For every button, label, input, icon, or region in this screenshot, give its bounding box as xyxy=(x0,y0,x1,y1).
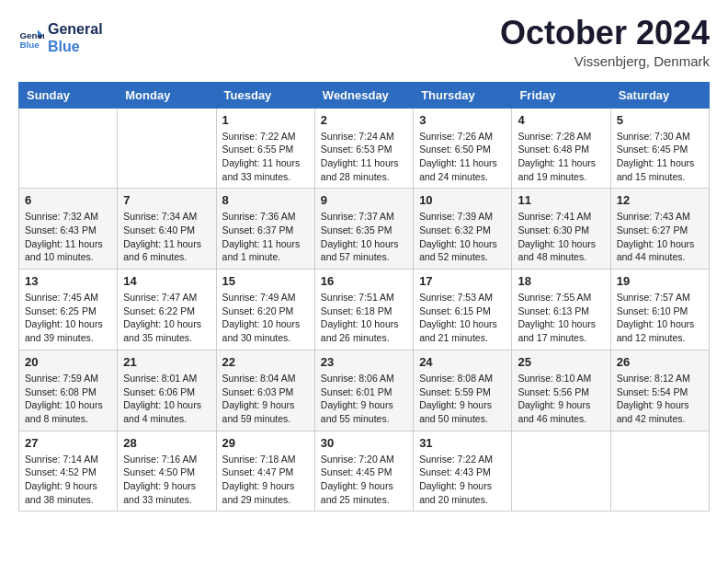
day-info: Sunrise: 8:12 AM Sunset: 5:54 PM Dayligh… xyxy=(617,372,703,426)
day-number: 7 xyxy=(123,193,210,207)
sunrise-text: Sunrise: 7:57 AM xyxy=(617,292,690,303)
daylight-text: Daylight: 9 hours and 25 minutes. xyxy=(321,480,393,505)
svg-text:Blue: Blue xyxy=(19,40,40,50)
day-number: 5 xyxy=(617,113,703,127)
calendar-cell: 16 Sunrise: 7:51 AM Sunset: 6:18 PM Dayl… xyxy=(314,270,413,350)
sunrise-text: Sunrise: 7:36 AM xyxy=(222,211,296,222)
day-number: 23 xyxy=(321,355,407,369)
sunset-text: Sunset: 6:30 PM xyxy=(518,224,589,236)
day-info: Sunrise: 7:39 AM Sunset: 6:32 PM Dayligh… xyxy=(419,210,506,264)
day-number: 17 xyxy=(419,274,506,288)
daylight-text: Daylight: 11 hours and 19 minutes. xyxy=(518,157,596,182)
sunrise-text: Sunrise: 7:37 AM xyxy=(321,211,394,222)
day-number: 12 xyxy=(617,193,703,207)
sunrise-text: Sunrise: 7:22 AM xyxy=(419,454,493,465)
daylight-text: Daylight: 10 hours and 17 minutes. xyxy=(518,318,596,343)
day-info: Sunrise: 7:24 AM Sunset: 6:53 PM Dayligh… xyxy=(321,130,407,184)
calendar-cell: 30 Sunrise: 7:20 AM Sunset: 4:45 PM Dayl… xyxy=(314,431,413,511)
daylight-text: Daylight: 10 hours and 4 minutes. xyxy=(123,399,201,424)
calendar-cell xyxy=(118,108,216,189)
day-info: Sunrise: 7:14 AM Sunset: 4:52 PM Dayligh… xyxy=(25,453,111,507)
day-info: Sunrise: 8:10 AM Sunset: 5:56 PM Dayligh… xyxy=(518,372,604,426)
calendar-cell: 23 Sunrise: 8:06 AM Sunset: 6:01 PM Dayl… xyxy=(314,350,413,431)
sunset-text: Sunset: 6:37 PM xyxy=(222,224,294,236)
day-number: 22 xyxy=(222,355,309,369)
calendar-cell: 19 Sunrise: 7:57 AM Sunset: 6:10 PM Dayl… xyxy=(610,270,709,350)
day-number: 15 xyxy=(222,274,309,288)
sunrise-text: Sunrise: 7:53 AM xyxy=(419,292,493,303)
sunrise-text: Sunrise: 7:22 AM xyxy=(222,131,296,142)
day-number: 19 xyxy=(617,274,703,288)
day-number: 14 xyxy=(123,274,210,288)
day-info: Sunrise: 7:37 AM Sunset: 6:35 PM Dayligh… xyxy=(321,210,407,264)
weekday-header: Tuesday xyxy=(216,82,314,108)
sunset-text: Sunset: 6:22 PM xyxy=(123,305,195,316)
daylight-text: Daylight: 11 hours and 1 minute. xyxy=(222,238,301,263)
day-number: 20 xyxy=(25,355,111,369)
sunset-text: Sunset: 6:08 PM xyxy=(25,386,97,397)
day-number: 4 xyxy=(518,113,604,127)
day-info: Sunrise: 7:22 AM Sunset: 4:43 PM Dayligh… xyxy=(419,453,506,507)
day-info: Sunrise: 7:43 AM Sunset: 6:27 PM Dayligh… xyxy=(617,210,703,264)
daylight-text: Daylight: 9 hours and 59 minutes. xyxy=(222,399,295,424)
sunrise-text: Sunrise: 8:04 AM xyxy=(222,373,296,384)
sunrise-text: Sunrise: 8:12 AM xyxy=(617,373,690,384)
daylight-text: Daylight: 11 hours and 6 minutes. xyxy=(123,238,201,263)
calendar-cell: 21 Sunrise: 8:01 AM Sunset: 6:06 PM Dayl… xyxy=(118,350,216,431)
sunrise-text: Sunrise: 7:59 AM xyxy=(25,373,98,384)
calendar-cell xyxy=(610,431,709,511)
daylight-text: Daylight: 10 hours and 48 minutes. xyxy=(518,238,596,263)
day-number: 18 xyxy=(518,274,604,288)
sunrise-text: Sunrise: 7:14 AM xyxy=(25,454,98,465)
sunrise-text: Sunrise: 7:41 AM xyxy=(518,211,591,222)
day-info: Sunrise: 8:06 AM Sunset: 6:01 PM Dayligh… xyxy=(321,372,407,426)
day-info: Sunrise: 8:01 AM Sunset: 6:06 PM Dayligh… xyxy=(123,372,210,426)
day-info: Sunrise: 7:41 AM Sunset: 6:30 PM Dayligh… xyxy=(518,210,604,264)
day-number: 3 xyxy=(419,113,506,127)
calendar-cell: 29 Sunrise: 7:18 AM Sunset: 4:47 PM Dayl… xyxy=(216,431,314,511)
sunset-text: Sunset: 6:01 PM xyxy=(321,386,392,397)
day-number: 9 xyxy=(321,193,407,207)
daylight-text: Daylight: 11 hours and 24 minutes. xyxy=(419,157,497,182)
calendar-cell: 22 Sunrise: 8:04 AM Sunset: 6:03 PM Dayl… xyxy=(216,350,314,431)
day-info: Sunrise: 7:55 AM Sunset: 6:13 PM Dayligh… xyxy=(518,291,604,345)
sunset-text: Sunset: 6:20 PM xyxy=(222,305,294,316)
day-number: 25 xyxy=(518,355,604,369)
daylight-text: Daylight: 11 hours and 28 minutes. xyxy=(321,157,399,182)
location: Vissenbjerg, Denmark xyxy=(500,53,710,69)
calendar-week-row: 6 Sunrise: 7:32 AM Sunset: 6:43 PM Dayli… xyxy=(19,189,710,270)
sunset-text: Sunset: 4:45 PM xyxy=(321,466,392,477)
calendar-cell: 17 Sunrise: 7:53 AM Sunset: 6:15 PM Dayl… xyxy=(414,270,512,350)
day-info: Sunrise: 7:16 AM Sunset: 4:50 PM Dayligh… xyxy=(123,453,210,507)
day-info: Sunrise: 7:28 AM Sunset: 6:48 PM Dayligh… xyxy=(518,130,604,184)
weekday-header: Friday xyxy=(512,82,610,108)
day-info: Sunrise: 7:47 AM Sunset: 6:22 PM Dayligh… xyxy=(123,291,210,345)
sunset-text: Sunset: 6:55 PM xyxy=(222,144,294,155)
day-number: 28 xyxy=(123,436,210,450)
sunset-text: Sunset: 4:47 PM xyxy=(222,466,294,477)
calendar-cell: 3 Sunrise: 7:26 AM Sunset: 6:50 PM Dayli… xyxy=(414,108,512,189)
weekday-header: Wednesday xyxy=(314,82,413,108)
day-number: 16 xyxy=(321,274,407,288)
day-info: Sunrise: 7:36 AM Sunset: 6:37 PM Dayligh… xyxy=(222,210,309,264)
logo-blue: Blue xyxy=(48,38,103,55)
daylight-text: Daylight: 10 hours and 39 minutes. xyxy=(25,318,103,343)
calendar-cell: 11 Sunrise: 7:41 AM Sunset: 6:30 PM Dayl… xyxy=(512,189,610,270)
sunrise-text: Sunrise: 7:20 AM xyxy=(321,454,394,465)
day-number: 24 xyxy=(419,355,506,369)
calendar-week-row: 13 Sunrise: 7:45 AM Sunset: 6:25 PM Dayl… xyxy=(19,270,710,350)
sunrise-text: Sunrise: 7:30 AM xyxy=(617,131,690,142)
header: General Blue General Blue October 2024 V… xyxy=(18,15,710,69)
day-info: Sunrise: 7:57 AM Sunset: 6:10 PM Dayligh… xyxy=(617,291,703,345)
daylight-text: Daylight: 11 hours and 15 minutes. xyxy=(617,157,695,182)
day-number: 8 xyxy=(222,193,309,207)
day-info: Sunrise: 7:53 AM Sunset: 6:15 PM Dayligh… xyxy=(419,291,506,345)
calendar-cell: 5 Sunrise: 7:30 AM Sunset: 6:45 PM Dayli… xyxy=(610,108,709,189)
day-number: 6 xyxy=(25,193,111,207)
sunset-text: Sunset: 6:43 PM xyxy=(25,224,97,236)
sunset-text: Sunset: 6:40 PM xyxy=(123,224,195,236)
daylight-text: Daylight: 10 hours and 44 minutes. xyxy=(617,238,695,263)
sunset-text: Sunset: 6:32 PM xyxy=(419,224,491,236)
day-info: Sunrise: 8:08 AM Sunset: 5:59 PM Dayligh… xyxy=(419,372,506,426)
sunset-text: Sunset: 5:56 PM xyxy=(518,386,589,397)
